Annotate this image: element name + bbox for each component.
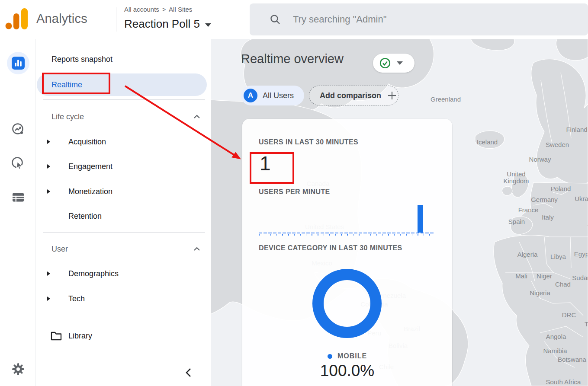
rail-item-explore[interactable]	[0, 122, 36, 136]
map-country-label: Sudan	[572, 274, 588, 281]
sidenav-item-monetization[interactable]: Monetization	[36, 183, 211, 200]
all-users-chip[interactable]: A All Users	[241, 86, 304, 105]
selected-indicator	[7, 52, 29, 74]
map-country-label: Libya	[550, 253, 566, 260]
audience-avatar: A	[244, 89, 257, 102]
users-last-30min-value: 1	[260, 152, 271, 175]
map-country-label: Germany	[531, 196, 558, 203]
chevron-up-icon	[193, 113, 200, 120]
map-country-label: Ukraine	[575, 195, 588, 202]
legend-dot-icon	[328, 354, 332, 359]
expand-arrow-icon	[47, 164, 50, 169]
add-comparison-chip[interactable]: Add comparison	[309, 86, 398, 105]
dropdown-caret-icon	[205, 23, 211, 27]
map-country-label: France	[518, 206, 539, 214]
gear-icon	[11, 362, 25, 376]
navigation-rail	[0, 39, 36, 386]
divider	[43, 99, 205, 100]
chevron-left-icon	[185, 368, 192, 377]
users-per-minute-bar	[418, 205, 423, 233]
map-country-label: Finland	[566, 126, 587, 133]
advertising-icon	[11, 156, 26, 171]
sidenav-item-engagement[interactable]: Engagement	[36, 158, 211, 175]
reports-sidenav: Reports snapshot Realtime Life cycle Acq…	[36, 39, 211, 386]
map-country-label: DRC	[562, 311, 576, 319]
map-country-label: Sweden	[546, 141, 569, 148]
sidenav-section-user[interactable]: User	[36, 240, 211, 258]
breadcrumb-site[interactable]: All Sites	[169, 6, 192, 13]
top-app-bar: Analytics All accounts>All Sites Reactio…	[0, 0, 588, 39]
users-last-30min-label: USERS IN LAST 30 MINUTES	[259, 138, 358, 146]
sidenav-item-tech[interactable]: Tech	[36, 290, 211, 307]
legend-label: MOBILE	[337, 352, 367, 360]
status-ok-icon	[379, 57, 391, 69]
collapse-sidenav-button[interactable]	[185, 368, 192, 379]
users-per-minute-label: USERS PER MINUTE	[259, 188, 330, 196]
rail-item-admin[interactable]	[0, 362, 36, 376]
donut-legend: MOBILE	[242, 352, 452, 360]
map-country-label: Nigeria	[530, 289, 550, 297]
breadcrumb-chevron-icon: >	[162, 6, 166, 13]
explore-icon	[11, 122, 25, 136]
expand-arrow-icon	[47, 140, 50, 144]
folder-icon	[51, 331, 62, 341]
google-analytics-logo-icon	[5, 8, 28, 30]
chart-baseline	[259, 233, 435, 233]
map-country-label: Chad	[555, 281, 571, 288]
map-country-label: Poland	[551, 185, 571, 192]
map-country-label: Angola	[546, 333, 566, 340]
dropdown-caret-icon	[397, 61, 403, 65]
map-country-label: Botswana	[558, 356, 586, 363]
divider	[43, 359, 205, 359]
map-country-label: Niger	[537, 272, 552, 280]
property-name: Reaction Poll 5	[124, 17, 200, 31]
divider	[43, 232, 205, 233]
users-per-minute-chart	[259, 205, 435, 233]
sidenav-item-demographics[interactable]: Demographics	[36, 265, 211, 282]
plus-icon	[387, 91, 397, 100]
expand-arrow-icon	[47, 189, 50, 194]
rail-item-advertising[interactable]	[0, 156, 36, 171]
product-name: Analytics	[36, 12, 87, 26]
expand-arrow-icon	[47, 271, 50, 276]
divider	[116, 7, 116, 32]
sidenav-item-reports-snapshot[interactable]: Reports snapshot	[36, 51, 211, 68]
rail-item-configure[interactable]	[0, 191, 36, 204]
property-selector[interactable]: Reaction Poll 5	[124, 17, 211, 31]
expand-arrow-icon	[47, 297, 50, 301]
map-country-label: Namibia	[543, 347, 567, 354]
map-country-label: Italy	[542, 214, 554, 221]
search-icon	[270, 14, 281, 25]
chart-ticks	[259, 234, 435, 236]
realtime-overview-card: USERS IN LAST 30 MINUTES 1 USERS PER MIN…	[242, 119, 452, 386]
realtime-status-dropdown[interactable]	[373, 54, 414, 73]
map-country-label: Greenland	[431, 96, 461, 103]
device-category-label: DEVICE CATEGORY IN LAST 30 MINUTES	[259, 244, 402, 252]
map-country-label: Algeria	[517, 251, 538, 258]
page-title: Realtime overview	[241, 52, 344, 66]
sidenav-item-library[interactable]: Library	[36, 327, 211, 345]
map-country-label: Spain	[508, 218, 525, 225]
search-bar[interactable]	[250, 3, 588, 35]
map-country-label: United Kingdom	[501, 171, 532, 185]
configure-icon	[12, 191, 25, 204]
map-country-label: South Africa	[546, 378, 581, 386]
rail-item-reports[interactable]	[0, 52, 36, 74]
map-country-label: Egypt	[574, 250, 588, 258]
search-input[interactable]	[293, 3, 535, 35]
sidenav-item-retention[interactable]: Retention	[36, 207, 211, 225]
device-percentage-value: 100.0%	[242, 362, 452, 380]
sidenav-section-life-cycle[interactable]: Life cycle	[36, 108, 211, 125]
breadcrumb-account[interactable]: All accounts	[124, 6, 159, 13]
sidenav-item-realtime[interactable]: Realtime	[37, 73, 207, 96]
map-country-label: Norway	[529, 156, 551, 163]
main-content: GreenlandIcelandFinlandSwedenNorwayUnite…	[211, 39, 588, 386]
map-country-label: Iceland	[477, 138, 498, 146]
breadcrumb[interactable]: All accounts>All Sites	[124, 6, 192, 13]
map-country-label: Mali	[515, 272, 527, 280]
reports-icon	[12, 57, 25, 70]
device-category-donut-chart	[312, 269, 382, 338]
map-country-label: Tanzania	[585, 320, 588, 328]
chevron-up-icon	[193, 246, 200, 252]
sidenav-item-acquisition[interactable]: Acquisition	[36, 133, 211, 150]
